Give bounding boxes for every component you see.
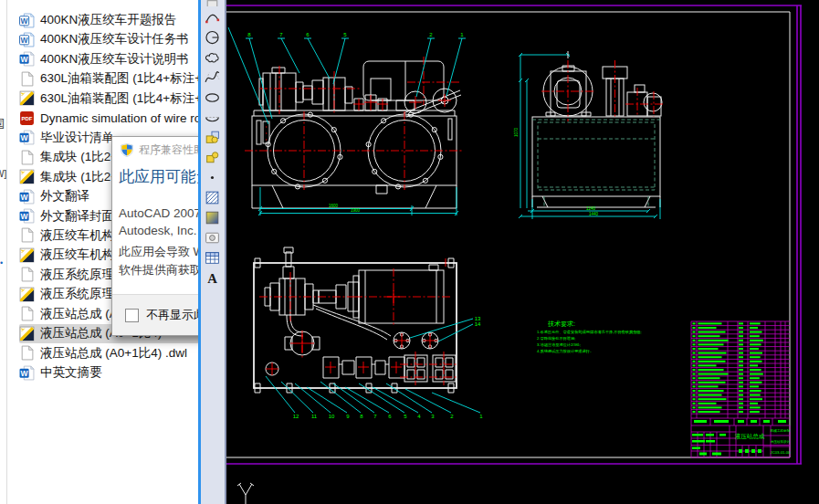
tool-insert-block-icon[interactable] [204, 129, 221, 146]
svg-text:9: 9 [346, 414, 350, 419]
list-item[interactable]: 630L油箱装配图 (1比4+标注+明细) [19, 69, 201, 89]
tool-circle-icon[interactable] [204, 28, 221, 46]
file-name: 毕业设计清单 [40, 130, 114, 146]
svg-text:6: 6 [388, 414, 392, 419]
tool-make-block-icon[interactable] [204, 149, 221, 166]
file-file-icon [19, 150, 35, 165]
list-item[interactable]: 液压系统原理图 [19, 265, 127, 284]
drawing-number: JC03-01-00 [771, 450, 792, 455]
svg-text:1240: 1240 [586, 206, 596, 211]
svg-text:1.各液压元件、管道安装前须用煤油清洗干净,不得有铁屑杂物;: 1.各液压元件、管道安装前须用煤油清洗干净,不得有铁屑杂物; [537, 330, 642, 335]
list-item[interactable]: 液压站总成 (A0+1比4) .dwl [19, 343, 187, 362]
svg-text:W: W [21, 192, 29, 201]
list-item[interactable]: W外文翻译封面 [19, 206, 114, 226]
svg-text:W: W [21, 36, 29, 45]
list-item[interactable]: W400KN液压绞车开题报告 [19, 11, 176, 30]
svg-text:A: A [207, 271, 217, 286]
clipped-text-fragment: • [0, 258, 3, 268]
file-file-icon [19, 345, 35, 361]
drawing-name: 液压站总成 [735, 433, 765, 440]
app-name: AutoCAD 2007 [119, 205, 201, 222]
file-file-icon [19, 267, 35, 282]
cad-drawing: 8765211211109876543211314 16001900124014… [226, 0, 819, 504]
dialog-app-info: AutoCAD 2007 Autodesk, Inc. [119, 205, 201, 239]
tool-revcloud-icon[interactable] [204, 48, 221, 66]
list-item[interactable]: 630L油箱装配图 (1比4+标注+明细) [19, 89, 201, 108]
list-item[interactable]: W400KN液压绞车设计任务书 [19, 30, 189, 49]
svg-text:7: 7 [279, 32, 283, 37]
dont-show-again-checkbox[interactable] [125, 309, 139, 322]
app-window: { "file_panel": { "items": [ {"icon":"wo… [0, 0, 819, 504]
svg-text:W: W [21, 133, 29, 142]
file-name: 液压站总成 (A0+1比4) .dwl [40, 345, 187, 362]
svg-text:技术要求:: 技术要求: [547, 320, 575, 328]
tool-spline-icon[interactable] [204, 68, 221, 86]
pdf-file-icon: PDF [19, 110, 35, 126]
uac-shield-icon [121, 143, 133, 157]
title-block: 液压站总成 机械工程学院 液压绞车设计 JC03-01-00 [691, 321, 791, 457]
svg-text:5: 5 [404, 414, 407, 419]
svg-text:W: W [21, 212, 29, 221]
svg-text:PDF: PDF [22, 116, 33, 121]
file-file-icon [19, 227, 35, 243]
svg-text:14: 14 [475, 321, 481, 327]
tool-hatch-icon[interactable] [204, 189, 221, 206]
file-name: 外文翻译 [40, 188, 89, 205]
file-name: 中英文摘要 [40, 364, 102, 381]
word-file-icon: W [19, 51, 35, 67]
ucs-icon [237, 483, 254, 504]
svg-text:10: 10 [329, 414, 335, 419]
tool-ellipse-icon[interactable] [204, 89, 221, 106]
word-file-icon: W [19, 208, 35, 224]
word-outline-file-icon: W [19, 13, 35, 28]
svg-text:1440: 1440 [589, 212, 599, 216]
plan-view [254, 247, 457, 393]
tool-point-icon[interactable] [204, 169, 221, 186]
list-item[interactable]: W外文翻译 [19, 187, 89, 206]
tool-region-icon[interactable] [204, 229, 221, 247]
file-name: 外文翻译封面 [40, 208, 114, 225]
list-item[interactable]: W400KN液压绞车设计说明书 [19, 49, 189, 68]
svg-text:2: 2 [429, 32, 433, 37]
tool-partial-icon[interactable] [204, 0, 221, 6]
word-file-icon: W [19, 189, 35, 205]
publisher-name: Autodesk, Inc. [119, 222, 201, 239]
svg-text:7: 7 [373, 414, 377, 419]
svg-text:11: 11 [311, 414, 318, 419]
dwg-file-icon [19, 287, 35, 302]
panel-edge-separator [6, 0, 7, 504]
file-name: 630L油箱装配图 (1比4+标注+明细) [40, 90, 201, 107]
svg-text:1900: 1900 [351, 208, 361, 213]
dwg-file-icon [19, 169, 35, 184]
list-item[interactable]: W毕业设计清单 [19, 128, 114, 147]
svg-text:1070: 1070 [514, 127, 519, 137]
list-item[interactable]: W中英文摘要 [19, 363, 102, 383]
svg-text:1: 1 [460, 32, 464, 37]
file-file-icon [19, 306, 35, 321]
svg-text:1: 1 [479, 414, 483, 419]
tool-ellipse-arc-icon[interactable] [204, 109, 221, 126]
svg-text:4: 4 [417, 414, 421, 419]
file-name: 400KN液压绞车设计任务书 [40, 31, 189, 47]
svg-text:W: W [21, 16, 29, 25]
dwg-file-icon [19, 90, 35, 106]
title-block-texts: 液压站总成 机械工程学院 液压绞车设计 JC03-01-00 [735, 428, 791, 456]
svg-text:2: 2 [450, 414, 454, 419]
tool-mtext-icon[interactable]: A [204, 269, 221, 287]
tool-gradient-icon[interactable] [204, 209, 221, 226]
dwg-file-icon [19, 326, 35, 341]
svg-text:4.系统调试压力按设计要求进行。: 4.系统调试压力按设计要求进行。 [537, 349, 593, 354]
svg-text:1600: 1600 [329, 204, 339, 208]
list-item[interactable]: 液压系统原理图 [19, 285, 127, 304]
file-name: 630L油箱装配图 (1比4+标注+明细) [40, 70, 201, 87]
svg-text:5: 5 [343, 32, 347, 37]
file-file-icon [19, 71, 35, 87]
project-name: 液压绞车设计 [771, 439, 791, 444]
tool-table-icon[interactable] [204, 249, 221, 267]
file-name: 400KN液压绞车设计说明书 [40, 51, 189, 68]
svg-text:8: 8 [247, 32, 251, 37]
list-item[interactable]: PDFDynamic simulation of wire rope [19, 109, 201, 128]
clipped-text-fragment: 国 [0, 116, 5, 132]
cad-drawing-area[interactable]: 8765211211109876543211314 16001900124014… [226, 0, 819, 504]
tool-arc-icon[interactable] [204, 8, 221, 26]
